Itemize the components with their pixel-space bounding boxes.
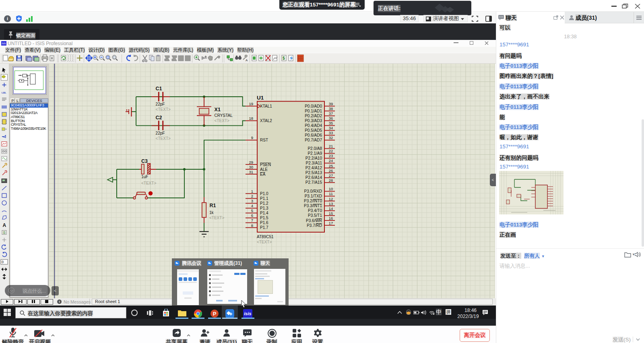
svg-text:1k: 1k (209, 210, 214, 215)
svg-text:15: 15 (329, 211, 333, 216)
svg-text:P3.5/T1: P3.5/T1 (308, 213, 322, 218)
svg-text:R1: R1 (210, 203, 216, 208)
svg-text:1: 1 (251, 189, 253, 193)
svg-text:ALE: ALE (260, 167, 268, 172)
svg-text:31: 31 (249, 170, 253, 174)
svg-text:12: 12 (329, 197, 333, 201)
svg-text:P3.7/RD: P3.7/RD (307, 223, 322, 228)
svg-text:<TEXT>: <TEXT> (156, 136, 171, 141)
svg-text:P1.1: P1.1 (260, 196, 268, 201)
svg-text:P: P (213, 311, 217, 317)
svg-text:6: 6 (251, 213, 253, 218)
svg-text:P3.6/WR: P3.6/WR (306, 218, 322, 223)
svg-text:P3.4/T0: P3.4/T0 (308, 208, 322, 213)
svg-text:A: A (3, 222, 6, 228)
svg-text:25: 25 (329, 164, 333, 168)
svg-text:P1.5: P1.5 (260, 216, 268, 220)
svg-text:XTAL1: XTAL1 (260, 104, 272, 108)
svg-text:P2.1/A9: P2.1/A9 (308, 151, 322, 156)
svg-text:14: 14 (329, 206, 333, 211)
svg-text:37: 37 (329, 111, 333, 116)
svg-text:28: 28 (329, 178, 333, 183)
svg-text:P1.0: P1.0 (260, 191, 268, 196)
svg-text:EA: EA (260, 172, 266, 177)
svg-text:A: A (246, 58, 248, 62)
svg-text:16: 16 (329, 216, 333, 220)
svg-text:P0.2/AD2: P0.2/AD2 (305, 114, 322, 118)
svg-text:<TEXT>: <TEXT> (215, 118, 229, 123)
svg-text:10: 10 (329, 187, 333, 191)
svg-text:<TEXT>: <TEXT> (156, 107, 171, 112)
svg-text:2: 2 (251, 194, 253, 198)
svg-text:34: 34 (329, 126, 333, 130)
svg-text:P3.2/INT0: P3.2/INT0 (304, 199, 322, 203)
svg-text:P2.7/A15: P2.7/A15 (305, 180, 322, 185)
svg-text:AT89C51: AT89C51 (257, 235, 274, 239)
svg-text:C3: C3 (141, 158, 148, 164)
svg-text:P2.2/A10: P2.2/A10 (305, 156, 322, 160)
svg-text:11: 11 (329, 191, 333, 196)
svg-text:P0.4/AD4: P0.4/AD4 (305, 123, 322, 128)
svg-text:P3.0/RXD: P3.0/RXD (304, 189, 322, 193)
svg-text:X1: X1 (215, 107, 221, 112)
svg-text:23: 23 (329, 154, 333, 158)
svg-text:19: 19 (249, 102, 253, 106)
svg-text:32: 32 (329, 135, 333, 140)
svg-text:U1: U1 (257, 95, 264, 101)
svg-text:P1.7: P1.7 (260, 225, 268, 230)
svg-text:38: 38 (329, 106, 333, 111)
svg-text:8: 8 (251, 223, 253, 228)
svg-text:C1: C1 (156, 86, 162, 91)
svg-text:CRYSTAL: CRYSTAL (215, 113, 233, 118)
svg-text:22pF: 22pF (156, 131, 165, 135)
svg-text:P1.6: P1.6 (260, 220, 268, 225)
svg-text:1uF: 1uF (141, 175, 148, 179)
svg-text:P2.5/A13: P2.5/A13 (305, 170, 322, 175)
svg-text:P0.0/AD0: P0.0/AD0 (305, 104, 322, 108)
svg-text:P0.6/AD6: P0.6/AD6 (305, 133, 322, 137)
svg-text:P0.3/AD3: P0.3/AD3 (305, 118, 322, 123)
svg-text:$: $ (283, 56, 285, 60)
svg-text:22: 22 (329, 149, 333, 153)
svg-text:35: 35 (329, 121, 333, 125)
svg-text:<TEXT>: <TEXT> (209, 216, 224, 220)
svg-text:26: 26 (329, 168, 333, 173)
svg-text:7: 7 (251, 218, 253, 222)
svg-text:P2.4/A12: P2.4/A12 (305, 166, 322, 170)
svg-text:P0.1/AD1: P0.1/AD1 (305, 109, 322, 113)
svg-text:21: 21 (329, 144, 333, 148)
svg-text:P3.3/INT1: P3.3/INT1 (304, 204, 322, 208)
svg-text:3: 3 (251, 199, 253, 203)
svg-text:P2.0/A8: P2.0/A8 (308, 146, 322, 151)
svg-text:P2.3/A11: P2.3/A11 (306, 161, 322, 165)
svg-text:LBL: LBL (2, 91, 6, 94)
svg-text:30: 30 (249, 165, 253, 169)
svg-text:P2.6/A14: P2.6/A14 (305, 175, 322, 180)
svg-text:13: 13 (329, 202, 333, 206)
svg-text:17: 17 (329, 221, 333, 225)
svg-text:4: 4 (251, 204, 253, 208)
svg-text:33: 33 (329, 131, 333, 135)
svg-text:36: 36 (329, 116, 333, 121)
svg-text:C2: C2 (156, 115, 162, 121)
svg-text:P1.3: P1.3 (260, 206, 268, 210)
svg-text:P0.7/AD7: P0.7/AD7 (305, 138, 322, 142)
svg-text:XTAL2: XTAL2 (260, 118, 272, 123)
svg-text:RST: RST (260, 138, 268, 142)
svg-text:9: 9 (251, 135, 253, 140)
svg-text:<TEXT>: <TEXT> (257, 240, 272, 244)
svg-text:24: 24 (329, 158, 333, 163)
svg-text:5: 5 (251, 208, 253, 213)
svg-text:P1.4: P1.4 (260, 211, 268, 215)
svg-text:0: 0 (2, 260, 4, 264)
svg-text:39: 39 (329, 102, 333, 106)
svg-text:27: 27 (329, 173, 333, 178)
svg-text:P0.5/AD5: P0.5/AD5 (305, 128, 322, 133)
svg-text:P1.2: P1.2 (260, 201, 268, 206)
svg-text:18: 18 (249, 116, 253, 121)
svg-text:22pF: 22pF (156, 102, 165, 106)
svg-text:<TEXT>: <TEXT> (141, 181, 156, 185)
svg-text:S: S (3, 231, 6, 235)
svg-text:29: 29 (249, 160, 253, 164)
svg-text:P3.1/TXD: P3.1/TXD (305, 194, 322, 198)
